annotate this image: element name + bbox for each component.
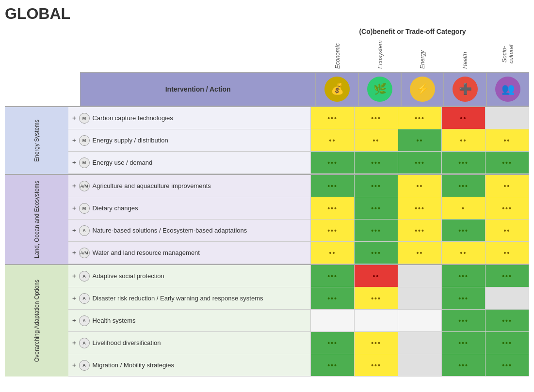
dots: ••• [415,159,425,167]
section-rows-2: +AAdaptive social protection•••••••••••+… [68,265,529,376]
data-cell: ••• [442,175,485,197]
dots: ••• [502,317,512,325]
col-header-economic: Economic [316,39,359,70]
icon-ecosystem: 🌿 [358,72,401,106]
action-cell: +AHealth systems [68,310,311,331]
data-cell: ••• [311,220,355,241]
data-cell [398,332,442,354]
data-cell: ••• [398,220,442,241]
plus-sign: + [72,339,76,346]
data-cell: ••• [311,265,355,287]
dots: ••• [458,339,469,347]
dots: •• [417,249,423,257]
dots: ••• [371,361,381,369]
section-label-0: Energy Systems [5,107,68,174]
dots: ••• [502,361,512,369]
dots: •• [460,137,467,144]
data-cell [311,310,355,331]
dots: ••• [415,114,425,122]
plus-sign: + [72,204,76,212]
cobenefit-label: (Co)benefit or Trade-off Category [296,28,529,35]
data-cell: •• [355,265,398,287]
data-cell: ••• [355,287,398,309]
plus-sign: + [72,182,76,189]
data-cell: ••• [311,197,355,219]
plus-sign: + [72,159,76,166]
action-cell: +ALivelihood diversification [68,332,311,354]
badge: A [79,360,90,371]
badge: A [79,225,90,236]
dots: ••• [327,182,338,190]
sociocultural-icon: 👥 [495,77,520,102]
data-cell: ••• [311,332,355,354]
action-text: Energy supply / distribution [93,137,168,144]
data-cell: ••• [355,175,398,197]
plus-sign: + [72,317,76,324]
col-header-energy: Energy [402,39,444,70]
data-cell: •• [485,220,529,241]
dots: ••• [371,114,381,122]
action-cell: +MEnergy supply / distribution [68,129,311,151]
data-cell: ••• [311,107,355,129]
badge: A/M [79,181,90,191]
table-row: +ANature-based solutions / Ecosystem-bas… [68,220,529,242]
data-cell [485,107,529,129]
dots: • [462,204,465,212]
data-cell: ••• [311,152,355,173]
table-row: +MEnergy supply / distribution•••••••••• [68,129,529,152]
dots: ••• [458,272,469,280]
action-text: Water and land resource management [93,249,200,256]
data-cell: ••• [355,197,398,219]
data-cell [398,354,442,376]
data-cell: ••• [485,197,529,219]
data-cell: ••• [442,220,485,241]
action-cell: +ADisaster risk reduction / Early warnin… [68,287,311,309]
icon-health: ➕ [444,72,486,106]
data-cell: ••• [485,354,529,376]
data-cell: •• [485,242,529,264]
table-row: +MCarbon capture technologies••••••••••• [68,107,529,129]
data-cell: ••• [485,310,529,331]
dots: ••• [458,295,469,302]
table-row: +AHealth systems•••••• [68,310,529,332]
table-row: +MDietary changes••••••••••••• [68,197,529,220]
dots: ••• [371,295,381,302]
dots: •• [373,272,380,280]
dots: ••• [371,182,381,190]
dots: ••• [327,361,338,369]
data-cell: ••• [398,197,442,219]
badge: A/M [79,248,90,258]
data-cell [485,287,529,309]
page-container: GLOBAL (Co)benefit or Trade-off Category… [5,5,529,376]
dots: ••• [327,114,338,122]
table-row: +AAdaptive social protection••••••••••• [68,265,529,287]
badge: M [79,203,90,214]
data-cell: ••• [311,175,355,197]
data-cell: ••• [398,107,442,129]
dots: ••• [327,227,338,235]
action-cell: +MEnergy use / demand [68,152,311,173]
badge: A [79,271,90,282]
table-row: +ALivelihood diversification•••••••••••• [68,332,529,354]
data-cell: •• [485,175,529,197]
data-cell: ••• [485,152,529,173]
table-row: +A/MAgriculture and aquaculture improvem… [68,175,529,197]
section-1: Land, Ocean and Ecosystems+A/MAgricultur… [5,174,529,264]
dots: ••• [502,339,512,347]
data-cell [398,265,442,287]
ecosystem-icon: 🌿 [367,77,392,102]
action-text: Livelihood diversification [93,339,161,346]
dots: ••• [371,159,381,167]
table-row: +ADisaster risk reduction / Early warnin… [68,287,529,310]
dots: ••• [502,204,512,212]
dots: •• [373,137,380,144]
action-cell: +A/MAgriculture and aquaculture improvem… [68,175,311,197]
data-cell: •• [398,242,442,264]
energy-icon: ⚡ [410,77,435,102]
icon-economic: 💰 [316,72,358,106]
dots: ••• [327,159,338,167]
icon-energy: ⚡ [401,72,444,106]
section-0: Energy Systems+MCarbon capture technolog… [5,106,529,174]
badge: M [79,113,90,124]
dots: •• [460,114,467,122]
